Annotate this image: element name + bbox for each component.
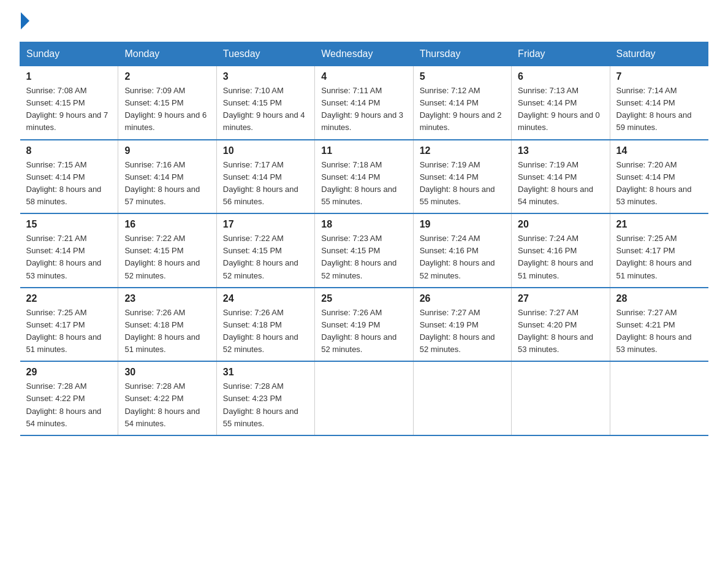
day-number: 3 — [223, 71, 308, 82]
day-number: 20 — [518, 219, 603, 230]
calendar-cell: 23 Sunrise: 7:26 AMSunset: 4:18 PMDaylig… — [118, 288, 216, 362]
day-number: 2 — [124, 71, 210, 82]
day-detail: Sunrise: 7:12 AMSunset: 4:14 PMDaylight:… — [420, 86, 502, 132]
day-detail: Sunrise: 7:14 AMSunset: 4:14 PMDaylight:… — [616, 86, 692, 132]
day-number: 25 — [321, 293, 406, 304]
calendar-cell: 9 Sunrise: 7:16 AMSunset: 4:14 PMDayligh… — [118, 140, 216, 214]
day-number: 8 — [26, 145, 112, 156]
day-detail: Sunrise: 7:24 AMSunset: 4:16 PMDaylight:… — [518, 234, 593, 280]
day-detail: Sunrise: 7:23 AMSunset: 4:15 PMDaylight:… — [321, 234, 396, 280]
day-detail: Sunrise: 7:18 AMSunset: 4:14 PMDaylight:… — [321, 160, 396, 206]
logo — [20, 15, 29, 29]
day-detail: Sunrise: 7:22 AMSunset: 4:15 PMDaylight:… — [124, 234, 200, 280]
calendar-cell: 17 Sunrise: 7:22 AMSunset: 4:15 PMDaylig… — [216, 213, 314, 288]
day-number: 15 — [26, 219, 112, 230]
header-monday: Monday — [118, 42, 216, 66]
day-number: 22 — [26, 293, 112, 304]
calendar-cell: 10 Sunrise: 7:17 AMSunset: 4:14 PMDaylig… — [216, 140, 314, 214]
calendar-cell: 12 Sunrise: 7:19 AMSunset: 4:14 PMDaylig… — [413, 140, 511, 214]
day-detail: Sunrise: 7:25 AMSunset: 4:17 PMDaylight:… — [616, 234, 692, 280]
calendar-cell: 4 Sunrise: 7:11 AMSunset: 4:14 PMDayligh… — [315, 66, 413, 140]
day-detail: Sunrise: 7:10 AMSunset: 4:15 PMDaylight:… — [223, 86, 305, 132]
day-number: 24 — [223, 293, 308, 304]
day-detail: Sunrise: 7:28 AMSunset: 4:22 PMDaylight:… — [26, 381, 102, 427]
day-detail: Sunrise: 7:20 AMSunset: 4:14 PMDaylight:… — [616, 160, 692, 206]
day-detail: Sunrise: 7:11 AMSunset: 4:14 PMDaylight:… — [321, 86, 403, 132]
calendar-cell: 19 Sunrise: 7:24 AMSunset: 4:16 PMDaylig… — [413, 213, 511, 288]
day-number: 16 — [124, 219, 210, 230]
day-detail: Sunrise: 7:19 AMSunset: 4:14 PMDaylight:… — [420, 160, 495, 206]
day-detail: Sunrise: 7:09 AMSunset: 4:15 PMDaylight:… — [124, 86, 207, 132]
day-number: 1 — [26, 71, 112, 82]
calendar-cell: 18 Sunrise: 7:23 AMSunset: 4:15 PMDaylig… — [315, 213, 413, 288]
day-detail: Sunrise: 7:27 AMSunset: 4:20 PMDaylight:… — [518, 308, 593, 354]
calendar-cell: 14 Sunrise: 7:20 AMSunset: 4:14 PMDaylig… — [610, 140, 708, 214]
calendar-cell: 29 Sunrise: 7:28 AMSunset: 4:22 PMDaylig… — [20, 361, 118, 435]
day-number: 26 — [420, 293, 505, 304]
header-tuesday: Tuesday — [216, 42, 314, 66]
day-detail: Sunrise: 7:27 AMSunset: 4:21 PMDaylight:… — [616, 308, 692, 354]
calendar-cell: 21 Sunrise: 7:25 AMSunset: 4:17 PMDaylig… — [610, 213, 708, 288]
header-sunday: Sunday — [20, 42, 118, 66]
calendar-cell: 3 Sunrise: 7:10 AMSunset: 4:15 PMDayligh… — [216, 66, 314, 140]
day-detail: Sunrise: 7:15 AMSunset: 4:14 PMDaylight:… — [26, 160, 102, 206]
calendar-cell — [512, 361, 610, 435]
day-number: 19 — [420, 219, 505, 230]
calendar-cell: 2 Sunrise: 7:09 AMSunset: 4:15 PMDayligh… — [118, 66, 216, 140]
calendar-week-1: 1 Sunrise: 7:08 AMSunset: 4:15 PMDayligh… — [20, 66, 708, 140]
calendar-week-5: 29 Sunrise: 7:28 AMSunset: 4:22 PMDaylig… — [20, 361, 708, 435]
calendar-cell: 26 Sunrise: 7:27 AMSunset: 4:19 PMDaylig… — [413, 288, 511, 362]
calendar-cell: 5 Sunrise: 7:12 AMSunset: 4:14 PMDayligh… — [413, 66, 511, 140]
calendar-cell: 28 Sunrise: 7:27 AMSunset: 4:21 PMDaylig… — [610, 288, 708, 362]
day-detail: Sunrise: 7:26 AMSunset: 4:18 PMDaylight:… — [124, 308, 200, 354]
day-detail: Sunrise: 7:22 AMSunset: 4:15 PMDaylight:… — [223, 234, 298, 280]
calendar-cell: 16 Sunrise: 7:22 AMSunset: 4:15 PMDaylig… — [118, 213, 216, 288]
calendar-cell: 8 Sunrise: 7:15 AMSunset: 4:14 PMDayligh… — [20, 140, 118, 214]
day-detail: Sunrise: 7:19 AMSunset: 4:14 PMDaylight:… — [518, 160, 593, 206]
calendar-cell: 6 Sunrise: 7:13 AMSunset: 4:14 PMDayligh… — [512, 66, 610, 140]
day-detail: Sunrise: 7:26 AMSunset: 4:19 PMDaylight:… — [321, 308, 396, 354]
day-number: 11 — [321, 145, 406, 156]
day-detail: Sunrise: 7:28 AMSunset: 4:22 PMDaylight:… — [124, 381, 200, 427]
calendar-cell: 7 Sunrise: 7:14 AMSunset: 4:14 PMDayligh… — [610, 66, 708, 140]
calendar-cell: 24 Sunrise: 7:26 AMSunset: 4:18 PMDaylig… — [216, 288, 314, 362]
calendar-cell: 30 Sunrise: 7:28 AMSunset: 4:22 PMDaylig… — [118, 361, 216, 435]
calendar-cell — [315, 361, 413, 435]
page-header — [20, 15, 708, 29]
day-detail: Sunrise: 7:25 AMSunset: 4:17 PMDaylight:… — [26, 308, 102, 354]
day-number: 7 — [616, 71, 702, 82]
day-number: 10 — [223, 145, 308, 156]
day-detail: Sunrise: 7:21 AMSunset: 4:14 PMDaylight:… — [26, 234, 102, 280]
day-number: 12 — [420, 145, 505, 156]
day-number: 31 — [223, 367, 308, 378]
calendar-cell: 11 Sunrise: 7:18 AMSunset: 4:14 PMDaylig… — [315, 140, 413, 214]
day-detail: Sunrise: 7:24 AMSunset: 4:16 PMDaylight:… — [420, 234, 495, 280]
day-number: 28 — [616, 293, 702, 304]
day-number: 6 — [518, 71, 603, 82]
header-wednesday: Wednesday — [315, 42, 413, 66]
day-detail: Sunrise: 7:27 AMSunset: 4:19 PMDaylight:… — [420, 308, 495, 354]
calendar-cell: 25 Sunrise: 7:26 AMSunset: 4:19 PMDaylig… — [315, 288, 413, 362]
calendar-table: SundayMondayTuesdayWednesdayThursdayFrid… — [20, 42, 708, 436]
calendar-week-3: 15 Sunrise: 7:21 AMSunset: 4:14 PMDaylig… — [20, 213, 708, 288]
header-thursday: Thursday — [413, 42, 511, 66]
day-number: 14 — [616, 145, 702, 156]
day-detail: Sunrise: 7:17 AMSunset: 4:14 PMDaylight:… — [223, 160, 298, 206]
calendar-cell: 1 Sunrise: 7:08 AMSunset: 4:15 PMDayligh… — [20, 66, 118, 140]
day-detail: Sunrise: 7:16 AMSunset: 4:14 PMDaylight:… — [124, 160, 200, 206]
day-number: 4 — [321, 71, 406, 82]
calendar-cell: 22 Sunrise: 7:25 AMSunset: 4:17 PMDaylig… — [20, 288, 118, 362]
day-number: 5 — [420, 71, 505, 82]
calendar-cell — [610, 361, 708, 435]
day-number: 23 — [124, 293, 210, 304]
logo-arrow-icon — [21, 12, 29, 29]
day-detail: Sunrise: 7:28 AMSunset: 4:23 PMDaylight:… — [223, 381, 298, 427]
calendar-week-2: 8 Sunrise: 7:15 AMSunset: 4:14 PMDayligh… — [20, 140, 708, 214]
day-number: 13 — [518, 145, 603, 156]
day-number: 17 — [223, 219, 308, 230]
calendar-cell: 15 Sunrise: 7:21 AMSunset: 4:14 PMDaylig… — [20, 213, 118, 288]
calendar-cell: 27 Sunrise: 7:27 AMSunset: 4:20 PMDaylig… — [512, 288, 610, 362]
header-saturday: Saturday — [610, 42, 708, 66]
calendar-cell — [413, 361, 511, 435]
day-number: 29 — [26, 367, 112, 378]
